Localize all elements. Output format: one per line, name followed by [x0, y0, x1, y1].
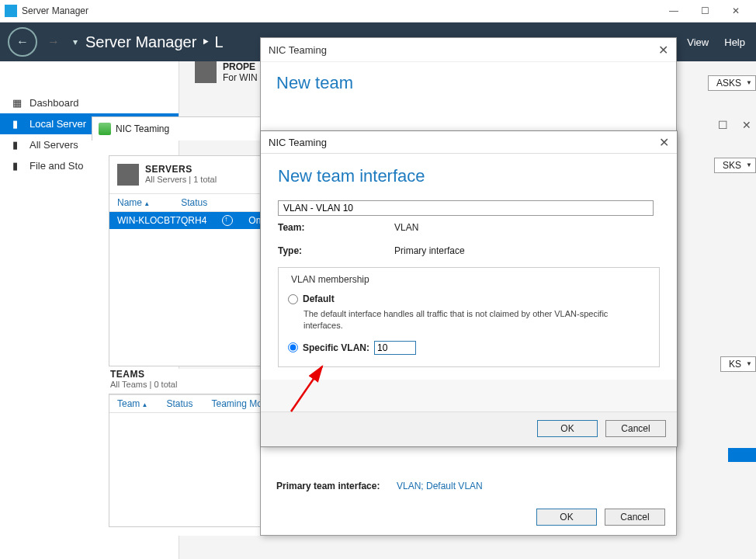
close-button[interactable]: ✕: [720, 2, 751, 19]
storage-icon: ▮: [12, 160, 23, 172]
new-team-close-button[interactable]: ✕: [658, 43, 668, 57]
nic-teaming-icon: [99, 123, 111, 135]
new-team-title: New team: [261, 62, 676, 104]
servers-panel-icon: [117, 164, 139, 186]
nic-teaming-title: NIC Teaming: [116, 123, 169, 134]
properties-tile-icon: [195, 61, 217, 83]
server-row-name: WIN-KLOCBT7QRH4: [117, 215, 206, 226]
vlan-default-radio[interactable]: [288, 294, 298, 304]
vlan-legend: VLAN membership: [288, 274, 373, 285]
tasks-dropdown-1[interactable]: ASKS: [708, 75, 756, 91]
nav-back-button[interactable]: ←: [8, 27, 37, 57]
minimize-button[interactable]: ―: [658, 2, 689, 19]
main-titlebar: Server Manager ― ☐ ✕: [0, 0, 756, 23]
properties-title: PROPE: [223, 61, 258, 72]
nic-close-button[interactable]: ✕: [742, 119, 751, 131]
pti-link[interactable]: VLAN; Default VLAN: [397, 481, 483, 491]
servers-col-status[interactable]: Status: [181, 197, 207, 208]
selection-strip: [728, 448, 756, 462]
nic-maximize-button[interactable]: ☐: [718, 119, 728, 131]
ntiface-close-button[interactable]: ✕: [659, 135, 669, 150]
new-team-cancel-button[interactable]: Cancel: [605, 509, 665, 526]
sidebar-item-dashboard[interactable]: ▦Dashboard: [0, 92, 179, 113]
dashboard-icon: ▦: [12, 97, 23, 109]
new-team-ok-button[interactable]: OK: [536, 509, 597, 526]
breadcrumb: Server Manager ‣ L: [85, 33, 224, 51]
server-manager-icon: [5, 5, 17, 17]
servers-icon: ▮: [12, 139, 23, 151]
ntiface-ok-button[interactable]: OK: [537, 420, 598, 437]
vlan-specific-label: Specific VLAN:: [303, 342, 369, 353]
pti-label: Primary team interface:: [276, 481, 397, 491]
ntiface-cancel-button[interactable]: Cancel: [605, 420, 666, 437]
nav-dropdown-icon[interactable]: ▾: [73, 36, 78, 47]
properties-subtitle: For WIN: [223, 72, 258, 83]
vlan-membership-fieldset: VLAN membership Default The default inte…: [278, 267, 660, 367]
nav-forward-button: →: [40, 29, 67, 55]
help-menu[interactable]: Help: [724, 36, 745, 48]
type-label: Type:: [278, 245, 394, 256]
tasks-dropdown-3[interactable]: KS: [720, 356, 756, 372]
vlan-id-input[interactable]: [374, 341, 416, 355]
maximize-button[interactable]: ☐: [689, 2, 720, 19]
view-menu[interactable]: View: [687, 36, 709, 48]
status-up-icon: [222, 215, 233, 226]
vlan-default-desc: The default interface handles all traffi…: [303, 308, 629, 332]
main-window-title: Server Manager: [22, 5, 658, 16]
vlan-specific-radio[interactable]: [288, 342, 298, 352]
new-team-tbar-title: NIC Teaming: [269, 44, 327, 56]
tasks-dropdown-2[interactable]: SKS: [714, 158, 756, 173]
nic-teaming-titlebar: NIC Teaming: [92, 116, 276, 141]
team-label: Team:: [278, 222, 394, 233]
vlan-default-label: Default: [303, 293, 335, 304]
ntiface-tbar-title: NIC Teaming: [269, 137, 327, 148]
team-value: VLAN: [394, 222, 418, 233]
servers-col-name[interactable]: Name: [117, 197, 150, 208]
interface-name-input[interactable]: [278, 200, 654, 216]
server-icon: ▮: [12, 118, 23, 130]
teams-col-status[interactable]: Status: [166, 398, 192, 409]
type-value: Primary interface: [394, 245, 465, 256]
servers-panel-subtitle: All Servers | 1 total: [145, 175, 217, 184]
servers-panel-title: SERVERS: [145, 164, 217, 175]
teams-col-mode[interactable]: Teaming Mod: [212, 398, 268, 409]
teams-col-team[interactable]: Team: [117, 398, 147, 409]
ntiface-title: New team interface: [261, 154, 677, 200]
new-team-interface-dialog: NIC Teaming ✕ New team interface Team: V…: [260, 130, 678, 447]
